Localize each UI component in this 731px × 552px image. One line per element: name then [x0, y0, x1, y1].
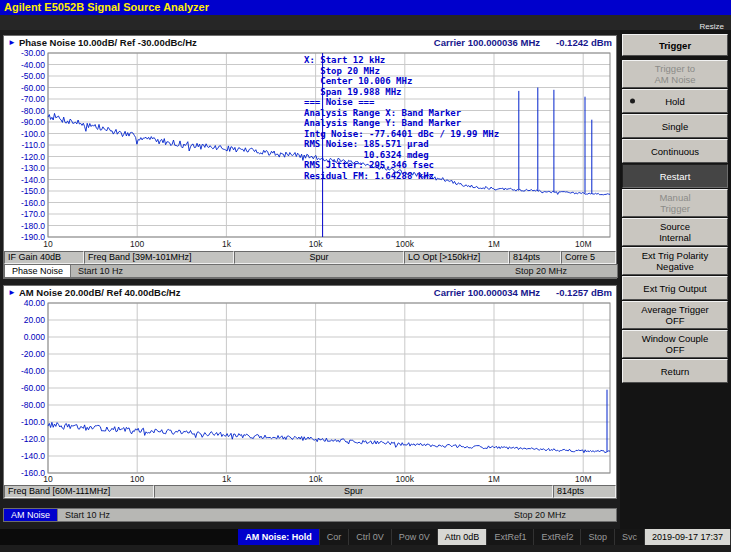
svg-text:-100.0: -100.0 [21, 417, 45, 427]
softkey-label: Average Trigger [641, 304, 708, 315]
softkey-return[interactable]: Return [622, 359, 728, 383]
am-noise-header: ► AM Noise 20.00dB/ Ref 40.00dBc/Hz Carr… [4, 286, 616, 299]
status-stop: Stop [581, 529, 615, 545]
am-scale-label: AM Noise 20.00dB/ Ref 40.00dBc/Hz [19, 287, 181, 298]
softkey-label: Window Couple [642, 333, 709, 344]
svg-text:-30.00: -30.00 [21, 49, 45, 58]
svg-text:100k: 100k [396, 239, 415, 249]
softkey-average-trigger-off[interactable]: Average TriggerOFF [622, 301, 728, 329]
status-am-noise-hold: AM Noise: Hold [238, 529, 320, 545]
bottombar-spacer [0, 529, 238, 545]
am-noise-trace [48, 390, 610, 453]
field-spur: Spur [154, 485, 553, 498]
svg-text:20.00: 20.00 [24, 315, 46, 325]
softkey-window-couple-off[interactable]: Window CoupleOFF [622, 330, 728, 358]
x-axis-labels: 101001k10k100k1M10M [43, 474, 591, 484]
svg-text:10: 10 [43, 239, 53, 249]
x-axis-labels: 101001k10k100k1M10M [43, 239, 591, 249]
status-attn-0db: Attn 0dB [438, 529, 488, 545]
svg-text:-170.0: -170.0 [21, 209, 45, 219]
svg-text:-110.0: -110.0 [22, 140, 46, 150]
softkey-trigger-to-am-noise: Trigger toAM Noise [622, 60, 728, 88]
svg-text:-90.00: -90.00 [21, 117, 45, 127]
softkey-value: Internal [659, 232, 691, 243]
am-noise-panel: ► AM Noise 20.00dB/ Ref 40.00dBc/Hz Carr… [3, 285, 617, 499]
svg-text:-50.00: -50.00 [21, 71, 45, 81]
softkey-value: Negative [656, 261, 694, 272]
field-814pts: 814pts [553, 485, 616, 498]
svg-text:-160.0: -160.0 [21, 198, 45, 208]
instrument-status-bar: AM Noise: HoldCorCtrl 0VPow 0VAttn 0dBEx… [0, 529, 731, 545]
sweep-start-label: Start 10 Hz [58, 509, 117, 521]
svg-text:1k: 1k [222, 239, 232, 249]
svg-text:-80.00: -80.00 [21, 106, 45, 116]
svg-text:0.000: 0.000 [24, 332, 46, 342]
svg-text:-190.0: -190.0 [21, 232, 45, 242]
softkey-source-internal[interactable]: SourceInternal [622, 218, 728, 246]
softkey-value: Trigger [660, 203, 690, 214]
svg-text:-140.0: -140.0 [21, 451, 45, 461]
svg-text:100: 100 [130, 474, 144, 484]
phase-settings-bar: IF Gain 40dBFreq Band [39M-101MHz]SpurLO… [4, 251, 616, 264]
am-status-bar: AM NoiseStart 10 HzStop 20 MHz [3, 508, 617, 522]
am-settings-bar: Freq Band [60M-111MHz]Spur814pts [4, 485, 616, 498]
field-freq-band-60m-111mhz: Freq Band [60M-111MHz] [4, 485, 154, 498]
softkey-ext-trig-polarity-negative[interactable]: Ext Trig PolarityNegative [622, 247, 728, 275]
phase-scale-label: Phase Noise 10.00dB/ Ref -30.00dBc/Hz [19, 37, 197, 48]
softkey-manual-trigger: ManualTrigger [622, 189, 728, 217]
softkey-label: Manual [659, 192, 690, 203]
svg-text:100k: 100k [396, 474, 415, 484]
selected-bullet-icon [630, 99, 635, 104]
titlebar-strip: Resize [0, 15, 731, 30]
softkey-label: Continuous [651, 146, 699, 157]
phase-carrier-frequency: Carrier 100.000036 MHz [434, 37, 540, 48]
svg-text:10: 10 [43, 474, 53, 484]
softkey-label: Trigger to [655, 63, 695, 74]
status-extref2: ExtRef2 [534, 529, 581, 545]
softkey-single[interactable]: Single [622, 114, 728, 138]
softkey-restart[interactable]: Restart [622, 164, 728, 188]
svg-text:-20.00: -20.00 [21, 349, 45, 359]
softkey-label: Restart [660, 171, 691, 182]
status-filler [117, 509, 508, 521]
active-trace-label-phase-noise: Phase Noise [5, 265, 71, 277]
svg-text:-70.00: -70.00 [21, 94, 45, 104]
svg-text:40.00: 40.00 [24, 299, 46, 308]
svg-text:-120.0: -120.0 [21, 434, 45, 444]
svg-text:-40.00: -40.00 [21, 366, 45, 376]
svg-text:1M: 1M [488, 474, 500, 484]
sweep-stop-label: Stop 20 MHz [508, 509, 616, 521]
softkey-continuous[interactable]: Continuous [622, 139, 728, 163]
svg-text:-40.00: -40.00 [21, 60, 45, 70]
status-ctrl-0v: Ctrl 0V [349, 529, 392, 545]
svg-text:1k: 1k [222, 474, 232, 484]
y-axis-labels: 40.0020.000.000-20.00-40.00-60.00-80.00-… [21, 299, 45, 478]
svg-text:-100.0: -100.0 [21, 129, 45, 139]
status-extref1: ExtRef1 [487, 529, 534, 545]
svg-text:-140.0: -140.0 [21, 175, 45, 185]
status-2019-09-17-17-37: 2019-09-17 17:37 [645, 529, 731, 545]
status-pow-0v: Pow 0V [392, 529, 438, 545]
softkey-label: Single [662, 121, 688, 132]
window-title: Agilent E5052B Signal Source Analyzer [0, 0, 731, 15]
phase-noise-header: ► Phase Noise 10.00dB/ Ref -30.00dBc/Hz … [4, 36, 616, 49]
field-814pts: 814pts [509, 251, 561, 264]
phase-noise-panel: ► Phase Noise 10.00dB/ Ref -30.00dBc/Hz … [3, 35, 617, 279]
softkey-label: Ext Trig Polarity [642, 250, 709, 261]
svg-text:-180.0: -180.0 [21, 221, 45, 231]
svg-text:-80.00: -80.00 [21, 400, 45, 410]
svg-text:-160.0: -160.0 [21, 468, 45, 478]
softkey-label: Hold [665, 96, 685, 107]
measurement-area: ► Phase Noise 10.00dB/ Ref -30.00dBc/Hz … [0, 30, 620, 529]
softkey-ext-trig-output[interactable]: Ext Trig Output [622, 276, 728, 300]
plot-grid [48, 303, 610, 473]
softkey-label: Trigger [659, 40, 691, 51]
svg-text:10M: 10M [575, 239, 592, 249]
softkey-hold[interactable]: Hold [622, 89, 728, 113]
svg-text:-60.00: -60.00 [21, 383, 45, 393]
svg-text:100: 100 [130, 239, 144, 249]
svg-text:1M: 1M [488, 239, 500, 249]
sweep-start-label: Start 10 Hz [71, 265, 130, 277]
svg-text:-120.0: -120.0 [21, 152, 45, 162]
svg-text:10k: 10k [309, 239, 323, 249]
